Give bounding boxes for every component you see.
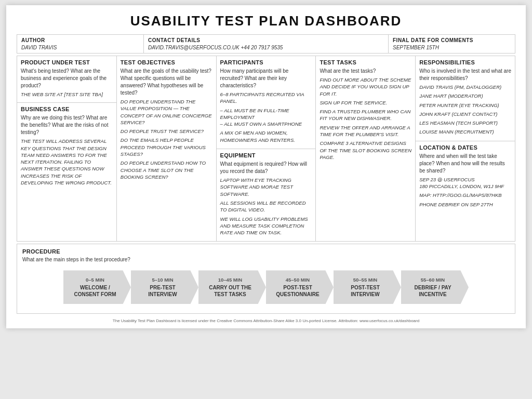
participants-body-plain: How many participants will be recruited?… [220, 68, 312, 89]
step-label: DEBRIEF / PAY INCENTIVE [414, 284, 451, 298]
business-case-body-italic: THE TEST WILL ADDRESS SEVERAL KEY QUESTI… [21, 138, 113, 186]
meta-row: AUTHOR DAVID TRAVIS CONTACT DETAILS DAVI… [17, 34, 515, 54]
responsibilities-title: RESPONSIBILITIES [419, 59, 511, 65]
col-2: TEST OBJECTIVES What are the goals of th… [117, 56, 217, 241]
procedure-subtitle: What are the main steps in the test proc… [22, 257, 510, 262]
test-objectives-cell: TEST OBJECTIVES What are the goals of th… [117, 56, 216, 241]
test-tasks-title: TEST TASKS [320, 59, 411, 65]
list-item: COMPARE 3 ALTERNATIVE DESIGNS OF THE TIM… [320, 140, 411, 161]
product-body-italic: THE WEB SITE AT [TEST SITE TBA] [21, 91, 113, 98]
final-date-value: SEPTEMBER 15TH [393, 45, 439, 50]
test-tasks-body-plain: What are the test tasks? [320, 68, 411, 75]
list-item: JANE HART (MODERATOR) [419, 92, 511, 99]
location-dates-body-plain: Where and when will the test take place?… [419, 153, 511, 175]
col-3: PARTICIPANTS How many participants will … [217, 56, 316, 241]
list-item: LAPTOP WITH EYE TRACKING SOFTWARE AND MO… [220, 177, 312, 197]
procedure-title: PROCEDURE [22, 248, 510, 255]
list-item: DAVID TRAVIS (PM, DATALOGGER) [419, 84, 511, 90]
final-date-section: FINAL DATE FOR COMMENTS SEPTEMBER 15TH [389, 35, 515, 53]
page: USABILITY TEST PLAN DASHBOARD AUTHOR DAV… [6, 5, 526, 328]
business-case-title: BUSINESS CASE [21, 106, 113, 112]
test-tasks-cell: TEST TASKS What are the test tasks? FIND… [316, 56, 415, 241]
step-label: POST-TEST QUESTIONNAIRE [276, 284, 319, 298]
list-item: DO THE EMAILS HELP PEOPLE PROCEED THROUG… [121, 137, 212, 157]
equipment-title: EQUIPMENT [220, 152, 312, 158]
col-5: RESPONSIBILITIES Who is involved in the … [416, 56, 515, 241]
col-4: TEST TASKS What are the test tasks? FIND… [316, 56, 416, 241]
list-item: LOUISE MANN (RECRUITMENT) [419, 128, 511, 135]
list-item: REVIEW THE OFFER AND ARRANGE A TIME FOR … [320, 124, 411, 138]
list-item: ALL SESSIONS WILL BE RECORDED TO DIGITAL… [220, 200, 312, 214]
procedure-step: 5–10 MINPRE-TEST INTERVIEW [131, 270, 198, 304]
list-item: – ALL MUST BE IN FULL-TIME EMPLOYMENT – … [220, 107, 312, 128]
list-item: 6–8 PARTICIPANTS RECRUITED VIA PANEL. [220, 91, 312, 105]
contact-section: CONTACT DETAILS DAVID.TRAVIS@USERFOCUS.C… [144, 35, 389, 53]
list-item: DO PEOPLE UNDERSTAND HOW TO CHOOSE A TIM… [121, 159, 212, 180]
procedure-step: 10–45 MINCARRY OUT THE TEST TASKS [198, 270, 266, 304]
list-item: DO PEOPLE TRUST THE SERVICE? [121, 128, 212, 135]
procedure-step: 0–5 MINWELCOME / CONSENT FORM [63, 270, 131, 304]
author-value: DAVID TRAVIS [21, 45, 57, 50]
final-date-label: FINAL DATE FOR COMMENTS [393, 37, 511, 43]
step-label: WELCOME / CONSENT FORM [74, 284, 116, 298]
contact-label: CONTACT DETAILS [148, 37, 384, 43]
step-label: CARRY OUT THE TEST TASKS [209, 284, 251, 298]
list-item: FIND OUT MORE ABOUT THE SCHEME AND DECID… [320, 76, 411, 97]
list-item: LES HEASMAN (TECH SUPPORT) [419, 119, 511, 126]
contact-value: DAVID.TRAVIS@USERFOCUS.CO.UK +44 20 7917… [148, 45, 283, 50]
procedure-step: 55–60 MINDEBRIEF / PAY INCENTIVE [401, 270, 469, 304]
list-item: WE WILL LOG USABILITY PROBLEMS AND MEASU… [220, 216, 312, 236]
list-item: SEP 23 @ USERFOCUS 180 PICCADILLY, LONDO… [419, 176, 511, 190]
product-body-plain: What's being tested? What are the busine… [21, 68, 113, 89]
step-time: 55–60 MIN [421, 277, 445, 283]
procedure-step: 50–55 MINPOST-TEST INTERVIEW [334, 270, 401, 304]
list-item: A MIX OF MEN AND WOMEN, HOMEOWNERS AND R… [220, 129, 312, 143]
list-item: DO PEOPLE UNDERSTAND THE VALUE PROPOSITI… [121, 98, 212, 126]
procedure-arrows: 0–5 MINWELCOME / CONSENT FORM5–10 MINPRE… [22, 268, 510, 309]
test-objectives-body-plain: What are the goals of the usability test… [121, 68, 212, 97]
step-time: 50–55 MIN [353, 277, 377, 283]
author-label: AUTHOR [21, 37, 139, 43]
step-time: 10–45 MIN [218, 277, 242, 283]
step-time: 0–5 MIN [86, 277, 104, 283]
list-item: JOHN KRAFT (CLIENT CONTACT) [419, 111, 511, 117]
list-item: SIGN UP FOR THE SERVICE. [320, 99, 411, 106]
list-item: FIND A TRUSTED PLUMBER WHO CAN FIT YOUR … [320, 108, 411, 122]
list-item: PETER HUNTER (EYE TRACKING) [419, 102, 511, 109]
product-under-test-cell: PRODUCT UNDER TEST What's being tested? … [17, 56, 116, 103]
page-title: USABILITY TEST PLAN DASHBOARD [17, 13, 515, 29]
list-item: MAP: HTTP://GOO.GL/MAPS/87HKB [419, 192, 511, 198]
footer: The Usability Test Plan Dashboard is lic… [17, 316, 515, 323]
location-dates-title: LOCATION & DATES [419, 144, 511, 151]
business-case-cell: BUSINESS CASE Why are we doing this test… [17, 103, 116, 191]
list-item: PHONE DEBRIEF ON SEP 27TH [419, 201, 511, 208]
step-label: PRE-TEST INTERVIEW [148, 284, 177, 298]
participants-title: PARTICIPANTS [220, 59, 312, 65]
procedure-step: 45–50 MINPOST-TEST QUESTIONNAIRE [266, 270, 334, 304]
responsibilities-body-plain: Who is involved in the test and what are… [419, 68, 511, 82]
location-dates-cell: LOCATION & DATES Where and when will the… [416, 141, 515, 213]
test-objectives-title: TEST OBJECTIVES [121, 59, 212, 65]
main-grid: PRODUCT UNDER TEST What's being tested? … [17, 56, 515, 242]
business-case-body-plain: Why are we doing this test? What are the… [21, 114, 113, 136]
step-label: POST-TEST INTERVIEW [351, 284, 380, 298]
author-section: AUTHOR DAVID TRAVIS [17, 35, 144, 53]
step-time: 45–50 MIN [286, 277, 310, 283]
procedure-section: PROCEDURE What are the main steps in the… [17, 244, 515, 314]
col-1: PRODUCT UNDER TEST What's being tested? … [17, 56, 117, 241]
step-time: 5–10 MIN [152, 277, 173, 283]
responsibilities-cell: RESPONSIBILITIES Who is involved in the … [416, 56, 515, 141]
product-under-test-title: PRODUCT UNDER TEST [21, 59, 113, 65]
equipment-body-plain: What equipment is required? How will you… [220, 161, 312, 175]
equipment-cell: EQUIPMENT What equipment is required? Ho… [217, 149, 316, 241]
participants-cell: PARTICIPANTS How many participants will … [217, 56, 316, 149]
